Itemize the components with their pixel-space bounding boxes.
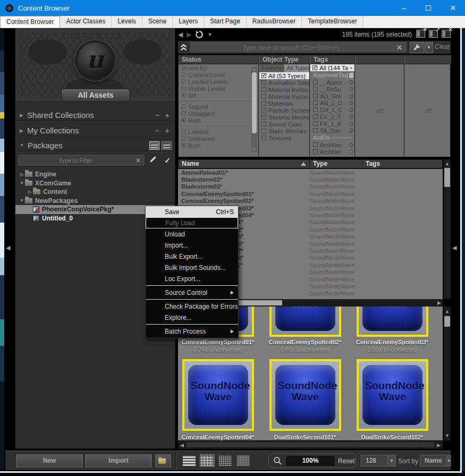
menu-item-batch-process[interactable]: Batch Process▶: [146, 326, 238, 337]
scroll-up-arrow-icon[interactable]: ▲: [445, 161, 450, 166]
thumbnail-vertical-scrollbar[interactable]: ▲ ▼: [444, 307, 451, 440]
zoom-reset-button[interactable]: Reset: [338, 457, 354, 465]
object-type-tab-favorites[interactable]: Favorites: [259, 64, 284, 72]
right-splitter-collapse-arrow[interactable]: ◀: [452, 245, 456, 251]
scrollbar-thumb[interactable]: [349, 73, 353, 78]
expanded-arrow-icon[interactable]: ▼: [19, 181, 25, 185]
search-options-caret-button[interactable]: ▼: [425, 42, 433, 53]
object-type-checkbox-textures[interactable]: Textures: [259, 134, 309, 141]
clear-search-button[interactable]: Clear: [435, 43, 450, 50]
object-type-checkbox-skeletal-meshe[interactable]: Skeletal Meshe: [259, 114, 309, 121]
tab-start-page[interactable]: Start Page: [204, 16, 247, 28]
tag-checkbox-archnec[interactable]: ArchNec0: [310, 141, 354, 148]
status-radio-visible-levels[interactable]: Visible Levels: [179, 85, 258, 92]
zoom-level-field[interactable]: 100%: [286, 456, 335, 466]
scroll-down-arrow-icon[interactable]: ▼: [252, 147, 256, 152]
search-options-wrench-button[interactable]: [410, 42, 424, 53]
menu-item-fully-load[interactable]: Fully Load: [146, 217, 238, 228]
menu-item-save[interactable]: SaveCtrl+S: [146, 206, 238, 217]
tag-checkbox-ev-2-t[interactable]: EV_2_T0: [310, 113, 354, 120]
tag-checkbox-ch-1-c[interactable]: CH_1_C0: [310, 106, 354, 113]
thumbnail-concealenemyspotted03[interactable]: SoundNode Wave: [357, 307, 428, 337]
status-radio-both[interactable]: Both: [179, 117, 258, 124]
menu-item-import[interactable]: Import...: [146, 240, 238, 251]
close-button[interactable]: ✕: [441, 0, 465, 16]
refresh-icon[interactable]: [195, 30, 204, 39]
tag-checkbox-appro[interactable]: __Appro0: [310, 79, 354, 86]
object-type-checkbox-sound-cues[interactable]: Sound Cues: [259, 121, 309, 128]
package-filter-input[interactable]: Type to Filter ✕: [18, 155, 145, 166]
status-radio-unloaded[interactable]: Unloaded: [179, 135, 258, 142]
expanded-arrow-icon[interactable]: ▼: [19, 198, 25, 203]
sort-field-select[interactable]: Name ▼: [420, 455, 451, 466]
menu-item-explore[interactable]: Explore...: [146, 312, 238, 323]
small-thumbnails-view-icon[interactable]: [236, 455, 250, 466]
asset-row-concealenemyspotted01[interactable]: ConcealEnemySpotted01*SoundNodeWave: [178, 190, 443, 197]
status-radio-untagged[interactable]: Untagged: [179, 110, 258, 117]
tag-checkbox-ta-dav[interactable]: TA_Dav0: [310, 127, 354, 134]
status-radio-current-level[interactable]: Current Level: [179, 71, 258, 78]
thumbnail-dualstrikesecond102[interactable]: SoundNode Wave: [357, 359, 428, 431]
name-column-header[interactable]: Name: [179, 160, 310, 168]
thumbnail-concealenemyspotted04[interactable]: SoundNode Wave: [182, 359, 254, 431]
shared-collections-header[interactable]: ▶ Shared Collections −+: [15, 109, 175, 121]
packages-header[interactable]: ▼ Packages: [15, 140, 175, 151]
status-radio-tagged[interactable]: Tagged: [179, 103, 258, 110]
thumbnail-horizontal-scrollbar[interactable]: ◀ ▶: [178, 441, 443, 449]
asset-row-bladestorm02[interactable]: Bladestorm02*SoundNodeWave: [178, 176, 443, 183]
menu-item-check-package-for-errors[interactable]: Check Package for Errors: [146, 301, 238, 312]
scrollbar-thumb[interactable]: [444, 316, 450, 327]
asset-row-bladestorm03[interactable]: Bladestorm03*SoundNodeWave: [178, 183, 443, 190]
object-type-checkbox-static-meshes[interactable]: Static Meshes: [259, 128, 309, 134]
add-collection-button[interactable]: +: [165, 126, 170, 135]
scroll-right-arrow-icon[interactable]: ▶: [437, 443, 441, 448]
tab-radiusbrowser[interactable]: RadiusBrowser: [247, 16, 302, 28]
edit-pencil-icon[interactable]: [147, 155, 159, 165]
my-collections-header[interactable]: ▶ My Collections −+: [15, 125, 175, 137]
object-type-checkbox-particle-system[interactable]: Particle System: [259, 107, 309, 114]
clear-filter-icon[interactable]: ✕: [132, 157, 144, 164]
scrollbar-thumb[interactable]: [252, 72, 257, 133]
medium-thumbnails-view-icon[interactable]: [218, 455, 232, 466]
tab-templatebrowser[interactable]: TemplateBrowser: [302, 16, 363, 28]
add-collection-button[interactable]: +: [165, 110, 170, 120]
thumbnail-concealenemyspotted02[interactable]: SoundNode Wave: [269, 307, 341, 337]
status-scrollbar[interactable]: ▲ ▼: [251, 67, 257, 152]
tab-actor-classes[interactable]: Actor Classes: [60, 16, 112, 28]
detailed-list-view-button[interactable]: [149, 141, 159, 150]
scroll-up-arrow-icon[interactable]: ▲: [349, 65, 353, 70]
tab-scene[interactable]: Scene: [142, 16, 173, 28]
collapsed-arrow-icon[interactable]: ▷: [19, 172, 25, 177]
scrollbar-thumb[interactable]: [444, 168, 450, 187]
tag-checkbox-resu[interactable]: __ReSu0: [310, 86, 354, 92]
tags-scrollbar[interactable]: ▲ ▼: [349, 65, 354, 155]
float-window-icon[interactable]: ↗: [429, 30, 438, 38]
simple-list-view-button[interactable]: [162, 141, 172, 150]
type-column-header[interactable]: Type: [310, 160, 362, 168]
list-view-icon[interactable]: [182, 455, 196, 466]
scroll-up-arrow-icon[interactable]: ▲: [252, 67, 256, 72]
tag-checkbox-an-1-d[interactable]: AN_1_D0: [310, 99, 354, 106]
maximize-button[interactable]: [416, 0, 441, 16]
remove-collection-button[interactable]: −: [155, 126, 159, 135]
object-type-checkbox-material-instan[interactable]: Material Instan: [259, 93, 309, 100]
thumbnail-dualstrikesecond101[interactable]: SoundNode Wave: [269, 359, 341, 431]
left-splitter-collapse-arrow[interactable]: ◀: [6, 245, 10, 251]
close-panel-icon[interactable]: ✕: [442, 30, 451, 38]
object-type-checkbox-material-instan[interactable]: Material Instan: [259, 86, 309, 93]
status-radio-both[interactable]: Both: [179, 142, 258, 149]
collapse-filter-chevrons-icon[interactable]: [179, 42, 188, 53]
asset-row-ammoreload01[interactable]: AmmoReload01*SoundNodeWave: [178, 169, 443, 176]
menu-item-unload[interactable]: Unload: [146, 228, 238, 240]
scroll-down-arrow-icon[interactable]: ▼: [349, 150, 353, 155]
scroll-right-arrow-icon[interactable]: ▶: [437, 300, 441, 305]
forward-arrow-button[interactable]: ▶: [187, 31, 191, 38]
refresh-options-caret[interactable]: ▼: [207, 32, 212, 37]
tree-item-engine[interactable]: ▷Engine: [15, 170, 175, 179]
tag-checkbox-ad-gre[interactable]: AD_Gre0: [310, 92, 354, 99]
tree-item-xcomgame[interactable]: ▼XComGame: [15, 179, 175, 188]
clear-search-icon[interactable]: ✕: [392, 44, 407, 52]
large-thumbnails-view-icon[interactable]: [200, 455, 214, 466]
menu-item-source-control[interactable]: Source Control▶: [146, 287, 238, 298]
tags-all-checkbox[interactable]: All (144 Ta: [310, 64, 354, 71]
